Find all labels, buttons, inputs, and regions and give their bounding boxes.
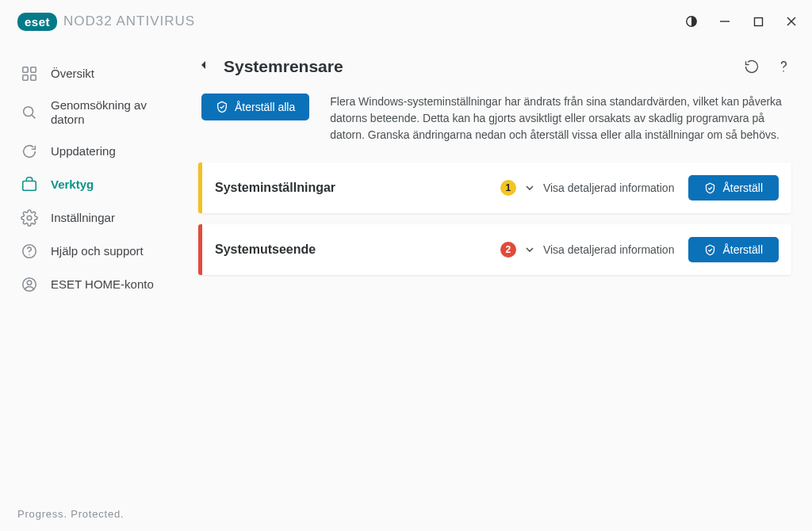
maximize-icon[interactable] [752,15,764,28]
card-system-settings: Systeminställningar 1 Visa detaljerad in… [198,162,791,213]
help-icon[interactable] [776,59,791,74]
sidebar-item-label: ESET HOME-konto [51,277,179,292]
sidebar-item-label: Genomsökning av datorn [51,98,179,127]
card-title: Systeminställningar [215,181,335,195]
reset-all-label: Återställ alla [235,101,295,113]
svg-rect-8 [31,75,36,80]
window-controls [685,15,798,28]
count-badge: 2 [500,242,516,258]
expand-toggle[interactable]: 1 Visa detaljerad information [500,180,675,196]
reset-button[interactable]: Återställ [688,175,779,201]
page-header: Systemrensare [198,57,791,76]
svg-point-16 [27,281,32,285]
svg-line-10 [32,115,35,118]
reset-label: Återställ [722,243,763,256]
sidebar-item-label: Uppdatering [51,144,179,159]
brand-badge: eset [17,13,57,31]
card-system-appearance: Systemutseende 2 Visa detaljerad informa… [198,224,791,275]
chevron-down-icon [524,244,535,255]
expand-label: Visa detaljerad information [543,181,675,194]
sidebar-item-scan[interactable]: Genomsökning av datorn [0,90,189,135]
svg-rect-2 [754,17,762,25]
main-content: Systemrensare Återställ alla Flera Windo… [189,43,812,507]
svg-rect-7 [23,75,28,80]
expand-toggle[interactable]: 2 Visa detaljerad information [500,242,675,258]
intro-row: Återställ alla Flera Windows-systeminstä… [198,94,791,143]
back-icon[interactable] [198,59,213,74]
card-title: Systemutseende [215,243,316,257]
reset-all-button[interactable]: Återställ alla [201,94,309,120]
sidebar-item-label: Hjälp och support [51,244,179,258]
sidebar-item-tools[interactable]: Verktyg [0,168,189,201]
sidebar-item-settings[interactable]: Inställningar [0,201,189,235]
page-title: Systemrensare [224,57,343,76]
close-icon[interactable] [785,15,798,28]
svg-rect-11 [23,181,36,190]
sidebar-item-help[interactable]: Hjälp och support [0,235,189,268]
severity-stripe [198,224,202,275]
sidebar-item-label: Verktyg [51,178,179,192]
svg-rect-6 [31,67,36,72]
sidebar-item-home-account[interactable]: ESET HOME-konto [0,268,189,301]
svg-point-9 [24,107,33,117]
sidebar-item-label: Inställningar [51,211,179,225]
svg-rect-5 [23,67,28,72]
intro-text: Flera Windows-systeminställningar har än… [330,94,791,143]
svg-point-12 [27,216,32,220]
titlebar: eset NOD32 ANTIVIRUS [0,0,812,43]
sidebar: Översikt Genomsökning av datorn Uppdater… [0,43,189,507]
count-badge: 1 [500,180,516,196]
expand-label: Visa detaljerad information [543,243,675,256]
reset-label: Återställ [722,181,763,194]
severity-stripe [198,162,202,213]
svg-point-14 [29,254,29,255]
minimize-icon[interactable] [718,15,731,28]
chevron-down-icon [524,182,535,193]
svg-point-17 [783,71,784,72]
sidebar-item-label: Översikt [51,67,179,81]
footer-tagline: Progress. Protected. [17,508,124,520]
refresh-icon[interactable] [744,59,760,74]
product-name: NOD32 ANTIVIRUS [63,13,195,29]
sidebar-item-update[interactable]: Uppdatering [0,135,189,168]
contrast-icon[interactable] [685,15,698,28]
reset-button[interactable]: Återställ [688,237,779,262]
brand: eset NOD32 ANTIVIRUS [17,13,195,31]
sidebar-item-overview[interactable]: Översikt [0,57,189,90]
